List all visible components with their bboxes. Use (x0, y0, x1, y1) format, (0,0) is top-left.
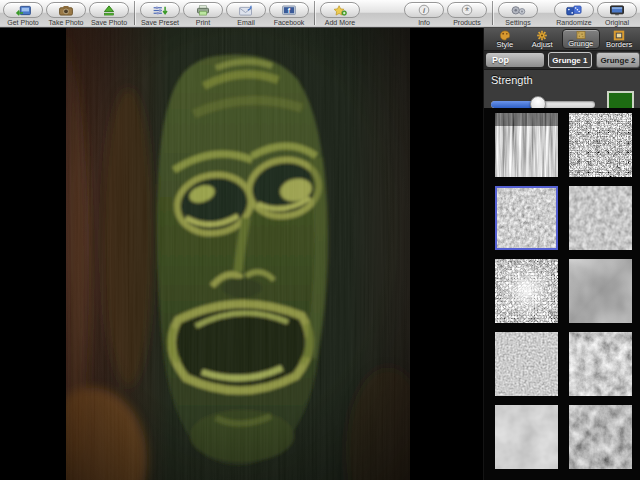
original-icon (609, 5, 625, 16)
panel-tab-style[interactable]: Style (487, 29, 523, 49)
grunge-thumbnail[interactable] (569, 113, 632, 177)
facebook-label: Facebook (274, 19, 305, 27)
products-button[interactable]: * Products (447, 2, 487, 27)
get-photo-label: Get Photo (7, 19, 39, 27)
grunge-thumbnail[interactable] (569, 332, 632, 396)
sub-tab-grunge-2[interactable]: Grunge 2 (596, 52, 640, 68)
panel-tab-bar: Style Adjust Grunge Borders (484, 28, 640, 51)
facebook-icon: f (281, 5, 297, 16)
email-icon (238, 5, 254, 16)
products-label: Products (453, 19, 481, 27)
panel-tab-borders[interactable]: Borders (602, 29, 638, 49)
original-button[interactable]: Original (597, 2, 637, 27)
panel-tab-grunge[interactable]: Grunge (562, 29, 600, 49)
info-label: Info (418, 19, 430, 27)
panel-tab-grunge-label: Grunge (568, 40, 593, 48)
add-more-button[interactable]: Add More (320, 2, 360, 27)
settings-button[interactable]: Settings (498, 2, 538, 27)
strength-label: Strength (491, 74, 634, 86)
info-icon: i (418, 4, 430, 16)
style-icon (499, 30, 511, 41)
randomize-button[interactable]: Randomize (554, 2, 594, 27)
save-preset-icon (152, 5, 169, 16)
original-label: Original (605, 19, 629, 27)
strength-section: Strength (484, 70, 640, 110)
side-panel: Style Adjust Grunge Borders Pop Grunge 1… (483, 28, 640, 480)
products-icon: * (461, 4, 473, 16)
grunge-thumbnail[interactable] (495, 332, 558, 396)
dice-icon (565, 5, 583, 16)
add-more-label: Add More (325, 19, 355, 27)
print-button[interactable]: Print (183, 2, 223, 27)
save-preset-label: Save Preset (141, 19, 179, 27)
get-photo-icon (15, 5, 32, 16)
email-button[interactable]: Email (226, 2, 266, 27)
sub-tab-grunge-1-label: Grunge 1 (552, 56, 587, 65)
grunge-thumbnail[interactable] (569, 405, 632, 469)
email-label: Email (237, 19, 255, 27)
toolbar: Get Photo Take Photo Save Photo Save Pre… (0, 0, 640, 28)
grunge-thumbnail[interactable] (495, 259, 558, 323)
panel-tab-adjust-label: Adjust (532, 41, 553, 49)
share-group: Save Preset Print Email f Facebook (140, 0, 309, 27)
printer-icon (195, 5, 211, 16)
save-preset-button[interactable]: Save Preset (140, 2, 180, 27)
grunge-texture-grid (484, 108, 640, 480)
save-photo-icon (102, 5, 116, 16)
gears-icon (509, 5, 528, 16)
get-photo-button[interactable]: Get Photo (3, 2, 43, 27)
result-group: Randomize Original (554, 0, 637, 27)
camera-icon (58, 5, 74, 16)
style-subrow: Pop Grunge 1 Grunge 2 (484, 51, 640, 70)
print-label: Print (196, 19, 210, 27)
panel-tab-style-label: Style (496, 41, 513, 49)
photo-io-group: Get Photo Take Photo Save Photo (3, 0, 129, 27)
randomize-label: Randomize (556, 19, 591, 27)
take-photo-label: Take Photo (48, 19, 83, 27)
toolbar-separator (492, 1, 493, 25)
settings-label: Settings (505, 19, 530, 27)
info-group: i Info * Products (404, 0, 487, 27)
style-selector-button[interactable]: Pop (486, 53, 544, 67)
svg-text:*: * (465, 6, 469, 16)
star-plus-icon (332, 5, 348, 16)
toolbar-separator (314, 1, 315, 25)
add-more-group: Add More (320, 0, 360, 27)
info-button[interactable]: i Info (404, 2, 444, 27)
photo-canvas (0, 28, 483, 480)
sub-tab-grunge-1[interactable]: Grunge 1 (548, 52, 592, 68)
grunge-thumbnail[interactable] (495, 113, 558, 177)
grunge-thumbnail[interactable] (495, 405, 558, 469)
panel-tab-borders-label: Borders (606, 41, 632, 49)
grunge-thumbnail[interactable] (569, 259, 632, 323)
settings-group: Settings (498, 0, 538, 27)
toolbar-separator (134, 1, 135, 25)
grunge-thumbnail[interactable] (569, 186, 632, 250)
tiki-mask-photo[interactable] (66, 28, 410, 480)
take-photo-button[interactable]: Take Photo (46, 2, 86, 27)
borders-icon (613, 30, 625, 41)
adjust-icon (536, 30, 548, 41)
save-photo-button[interactable]: Save Photo (89, 2, 129, 27)
panel-tab-adjust[interactable]: Adjust (525, 29, 561, 49)
grunge-thumbnail[interactable] (495, 186, 558, 250)
style-selector-label: Pop (492, 55, 509, 65)
sub-tab-grunge-2-label: Grunge 2 (600, 56, 635, 65)
facebook-button[interactable]: f Facebook (269, 2, 309, 27)
save-photo-label: Save Photo (91, 19, 127, 27)
